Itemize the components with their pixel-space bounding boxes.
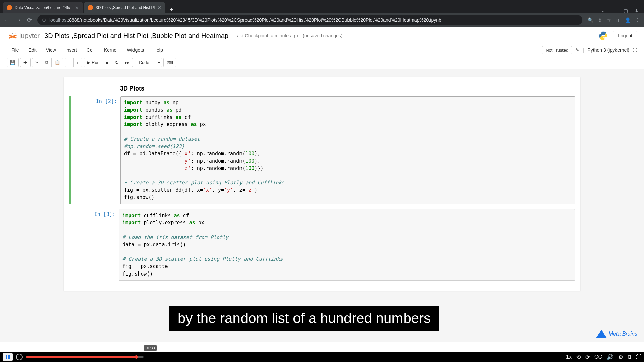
jupyter-favicon [7,5,12,10]
menu-insert[interactable]: Insert [61,45,82,55]
rewind-icon[interactable]: ⟲ [576,354,581,360]
edit-icon[interactable]: ✎ [575,47,579,53]
watermark: Meta Brains [596,330,637,338]
browser-tab-0[interactable]: Data Visualization/Lecture #45/ ✕ [3,2,83,13]
svg-point-4 [604,38,605,39]
menubar-right: Not Trusted ✎ | Python 3 (ipykernel) [542,46,637,54]
bookmark-icon[interactable]: ☆ [607,17,611,23]
fast-forward-button[interactable]: ▸▸ [122,58,133,67]
run-label: Run [92,60,100,65]
new-tab-button[interactable]: + [166,6,177,13]
jupyter-header: jupyter 3D Plots ,Spread Plot and Hist P… [0,27,644,44]
jupyter-logo[interactable]: jupyter [7,29,40,42]
menu-cell[interactable]: Cell [82,45,99,55]
profile-icon[interactable]: 👤 [625,17,631,23]
svg-point-2 [10,39,11,40]
search-icon[interactable] [16,354,23,360]
cell-type-select[interactable]: Code [135,58,162,67]
pip-icon[interactable]: ⧉ [628,354,631,360]
menu-kernel[interactable]: Kernel [99,45,122,55]
browser-tab-1[interactable]: 3D Plots ,Spread Plot and Hist Pl ✕ [84,2,165,13]
forward-icon[interactable]: → [15,17,21,24]
side-panel-icon[interactable]: ▥ [616,17,620,23]
stop-button[interactable]: ■ [103,58,112,67]
run-button[interactable]: ▶Run [84,58,103,67]
command-palette-button[interactable]: ⌨ [163,58,176,67]
close-icon[interactable]: ✕ [157,5,161,10]
maximize-icon[interactable]: ▢ [624,8,628,13]
cell-prompt-2: In [3]: [69,209,119,281]
jupyter-favicon [88,5,93,10]
zoom-icon[interactable]: 🔍 [588,17,593,23]
page-content: jupyter 3D Plots ,Spread Plot and Hist P… [0,27,644,352]
code-content-1[interactable]: import numpy as np import pandas as pd i… [124,99,571,201]
player-controls-right: 1x ⟲ ⟳ CC 🔊 ⚙ ⧉ ⛶ [566,354,641,360]
progress-thumb[interactable] [135,355,138,359]
share-icon[interactable]: ⇪ [598,17,602,23]
tab-title-0: Data Visualization/Lecture #45/ [15,5,72,10]
paste-button[interactable]: 📋 [51,58,63,67]
menu-widgets[interactable]: Widgets [122,45,149,55]
address-bar[interactable]: ⓘ localhost:8888/notebooks/Data%20Visual… [37,15,582,25]
copy-button[interactable]: ⧉ [42,58,52,67]
cut-button[interactable]: ✂ [32,58,42,67]
tab-title-1: 3D Plots ,Spread Plot and Hist Pl [96,5,155,10]
pause-button[interactable] [3,353,13,361]
video-player-bar: 1x ⟲ ⟳ CC 🔊 ⚙ ⧉ ⛶ [0,352,644,362]
minimize-icon[interactable]: — [612,8,617,13]
reload-icon[interactable]: ⟳ [27,16,32,24]
svg-point-3 [601,32,602,33]
unsaved-text: (unsaved changes) [303,33,342,38]
text-cell-heading[interactable]: 3D Plots [69,82,575,96]
browser-tab-strip: Data Visualization/Lecture #45/ ✕ 3D Plo… [0,0,644,13]
url-host: localhost [49,17,68,23]
cell-prompt-1: In [2]: [71,96,120,204]
move-up-button[interactable]: ↑ [65,58,74,67]
code-cell-1[interactable]: In [2]: import numpy as np import pandas… [69,96,575,204]
save-button[interactable]: 💾 [7,58,19,67]
notebook-container: 3D Plots In [2]: import numpy as np impo… [64,77,580,291]
window-controls: ⌄ — ▢ ⬇ [601,8,644,13]
volume-icon[interactable]: 🔊 [607,354,613,360]
speed-icon[interactable]: 1x [566,354,572,360]
menubar: File Edit View Insert Cell Kernel Widget… [0,44,644,56]
browser-toolbar: ← → ⟳ ⓘ localhost:8888/notebooks/Data%20… [0,13,644,27]
menu-edit[interactable]: Edit [24,45,41,55]
progress-bar[interactable] [26,356,144,358]
site-info-icon[interactable]: ⓘ [42,17,46,23]
video-caption: by the random list of a hundred numbers [169,306,439,331]
closed-caption-icon[interactable]: CC [594,354,602,360]
download-icon[interactable]: ⬇ [635,8,639,13]
url-path: :8888/notebooks/Data%20Visualization/Lec… [68,17,441,23]
not-trusted-badge[interactable]: Not Trusted [542,46,572,54]
restart-button[interactable]: ↻ [112,58,122,67]
logout-button[interactable]: Logout [613,31,637,40]
move-down-button[interactable]: ↓ [73,58,83,67]
menu-icon[interactable]: ⋮ [635,17,640,23]
heading-text: 3D Plots [120,85,575,92]
cell-input-1[interactable]: import numpy as np import pandas as pd i… [120,96,575,204]
progress-fill [26,356,137,358]
time-tooltip: 01:33 [144,345,157,351]
code-content-2[interactable]: import cufflinks as cf import plotly.exp… [122,212,571,278]
menu-file[interactable]: File [7,45,24,55]
cell-input-2[interactable]: import cufflinks as cf import plotly.exp… [119,209,575,281]
close-icon[interactable]: ✕ [75,5,79,10]
python-logo-icon [598,31,608,41]
notebook-title[interactable]: 3D Plots ,Spread Plot and Hist Plot ,Bub… [44,32,228,40]
menu-view[interactable]: View [41,45,61,55]
add-cell-button[interactable]: ✚ [20,58,31,67]
settings-icon[interactable]: ⚙ [618,354,623,360]
code-cell-2[interactable]: In [3]: import cufflinks as cf import pl… [69,209,575,281]
kernel-status-icon [633,48,637,52]
toolbar: 💾 ✚ ✂ ⧉ 📋 ↑ ↓ ▶Run ■ ↻ ▸▸ Code ⌨ [0,56,644,69]
notebook-area[interactable]: 3D Plots In [2]: import numpy as np impo… [0,69,644,342]
fullscreen-icon[interactable]: ⛶ [636,354,641,360]
svg-point-1 [15,33,16,34]
menu-help[interactable]: Help [149,45,168,55]
chevron-down-icon[interactable]: ⌄ [601,8,605,13]
forward-icon[interactable]: ⟳ [585,354,590,360]
svg-point-0 [12,33,13,34]
kernel-name[interactable]: Python 3 (ipykernel) [587,47,629,53]
back-icon[interactable]: ← [4,17,10,24]
